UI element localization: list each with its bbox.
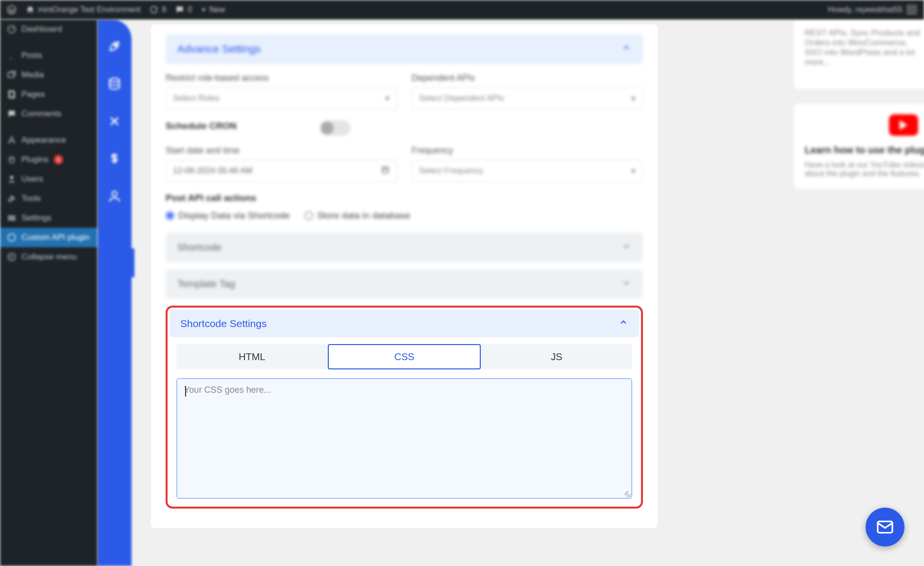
- radio-icon-checked: [166, 211, 174, 220]
- post-api-actions-label: Post API call actions: [166, 193, 643, 203]
- youtube-card[interactable]: Learn how to use the plugin on YouTube H…: [794, 104, 924, 189]
- css-textarea[interactable]: [184, 385, 624, 492]
- tab-label: CSS: [394, 351, 414, 363]
- svg-point-12: [114, 44, 117, 46]
- tab-label: HTML: [239, 351, 265, 363]
- svg-rect-15: [382, 167, 388, 173]
- svg-rect-2: [8, 73, 14, 77]
- updates-count: 8: [162, 5, 166, 14]
- advance-settings-header[interactable]: Advance Settings: [166, 34, 643, 64]
- sidebar-item-label: Comments: [21, 109, 61, 119]
- sidebar-item-custom-api[interactable]: Custom API plugin: [0, 228, 97, 247]
- radio-display-shortcode[interactable]: Display Data via Shortcode: [166, 210, 290, 221]
- sidebar-item-label: Pages: [21, 90, 45, 99]
- plugin-rail: [97, 19, 132, 566]
- dollar-icon[interactable]: [107, 151, 122, 169]
- schedule-cron-toggle[interactable]: [320, 120, 351, 136]
- dropdown-placeholder: Select Dependent APIs: [419, 93, 504, 103]
- restrict-access-label: Restrict role-based access: [166, 73, 397, 83]
- date-value: 12-08-2024 05:46 AM: [173, 166, 253, 176]
- youtube-icon: [889, 114, 918, 136]
- rail-handle[interactable]: [132, 248, 134, 277]
- sidebar-item-label: Media: [21, 70, 44, 80]
- wp-logo[interactable]: [7, 5, 17, 15]
- shortcode-settings-header[interactable]: Shortcode Settings: [170, 310, 639, 337]
- wp-admin-bar: miniOrange Test Environment 8 0 + New Ho…: [0, 0, 924, 19]
- mail-icon: [875, 517, 895, 537]
- sidebar-item-collapse[interactable]: Collapse menu: [0, 247, 97, 267]
- sidebar-item-tools[interactable]: Tools: [0, 189, 97, 208]
- select-frequency-dropdown[interactable]: Select Frequency ▾: [412, 160, 643, 182]
- select-roles-dropdown[interactable]: Select Roles ▾: [166, 87, 397, 110]
- right-column: REST APIs; Sync Products and Orders into…: [794, 19, 924, 189]
- sidebar-item-dashboard[interactable]: Dashboard: [0, 19, 97, 39]
- rocket-icon[interactable]: [107, 39, 122, 57]
- svg-rect-8: [8, 219, 13, 220]
- sidebar-item-label: Posts: [21, 51, 42, 60]
- users-icon: [7, 174, 17, 184]
- sidebar-item-label: Users: [21, 174, 43, 184]
- sidebar-item-posts[interactable]: Posts: [0, 46, 97, 65]
- tab-js[interactable]: JS: [481, 344, 632, 369]
- new-link[interactable]: + New: [201, 4, 225, 16]
- tab-css[interactable]: CSS: [328, 344, 481, 369]
- code-tabs: HTML CSS JS: [176, 344, 632, 369]
- shortcode-settings-highlight: Shortcode Settings HTML CSS JS: [166, 306, 643, 509]
- svg-rect-9: [14, 219, 15, 220]
- svg-point-13: [110, 78, 119, 82]
- radio-icon-unchecked: [304, 211, 313, 220]
- tab-html[interactable]: HTML: [176, 344, 328, 369]
- site-name: miniOrange Test Environment: [38, 5, 140, 14]
- main-card: Advance Settings Restrict role-based acc…: [151, 24, 658, 528]
- database-icon[interactable]: [107, 76, 122, 94]
- advance-settings-section: Advance Settings Restrict role-based acc…: [166, 34, 643, 299]
- plugins-icon: [7, 155, 17, 164]
- comments-count: 0: [188, 5, 192, 14]
- sidebar-item-comments[interactable]: Comments: [0, 104, 97, 124]
- sidebar-item-media[interactable]: Media: [0, 65, 97, 85]
- radio-label: Display Data via Shortcode: [178, 210, 290, 221]
- sidebar-item-label: Dashboard: [21, 24, 62, 34]
- chevron-up-icon: [619, 317, 628, 329]
- shortcode-accordion[interactable]: Shortcode: [166, 233, 643, 262]
- updates-link[interactable]: 8: [149, 5, 166, 15]
- comments-icon: [7, 109, 17, 119]
- dashboard-icon: [7, 24, 17, 34]
- howdy-text[interactable]: Howdy, rayeesbhat55: [828, 5, 903, 14]
- sidebar-item-label: Appearance: [21, 135, 66, 145]
- sidebar-item-label: Plugins: [21, 155, 49, 164]
- sidebar-item-appearance[interactable]: Appearance: [0, 130, 97, 150]
- plugins-badge: 5: [54, 155, 63, 164]
- site-name-link[interactable]: miniOrange Test Environment: [25, 5, 140, 15]
- chevron-down-icon: [622, 278, 631, 290]
- content-area: Advance Settings Restrict role-based acc…: [132, 19, 924, 566]
- promo-text: REST APIs; Sync Products and Orders into…: [805, 28, 923, 80]
- svg-point-5: [10, 176, 14, 179]
- sidebar-item-pages[interactable]: Pages: [0, 85, 97, 104]
- sidebar-item-settings[interactable]: Settings: [0, 208, 97, 228]
- chevron-down-icon: ▾: [385, 93, 390, 104]
- wp-sidebar: Dashboard Posts Media Pages Comments App…: [0, 19, 97, 566]
- dropdown-placeholder: Select Frequency: [419, 166, 483, 176]
- tools-rail-icon[interactable]: [107, 114, 122, 132]
- radio-store-database[interactable]: Store data in database: [304, 210, 410, 221]
- accordion-title: Advance Settings: [177, 43, 261, 55]
- sidebar-item-plugins[interactable]: Plugins 5: [0, 150, 97, 169]
- svg-point-14: [112, 191, 117, 196]
- select-dependent-apis-dropdown[interactable]: Select Dependent APIs ▾: [412, 87, 643, 110]
- start-date-input[interactable]: 12-08-2024 05:46 AM: [166, 160, 397, 182]
- start-date-label: Start date and time: [166, 146, 397, 156]
- tools-icon: [7, 194, 17, 203]
- text-cursor: [185, 386, 186, 397]
- new-label: New: [209, 5, 225, 14]
- comments-link[interactable]: 0: [175, 5, 192, 15]
- pages-icon: [7, 90, 17, 99]
- dependent-apis-label: Dependent APIs: [412, 73, 643, 83]
- resize-grip-icon[interactable]: [622, 489, 629, 496]
- accordion-title: Template Tag: [177, 278, 235, 290]
- chat-fab[interactable]: [866, 508, 905, 547]
- sidebar-item-users[interactable]: Users: [0, 169, 97, 189]
- user-rail-icon[interactable]: [107, 189, 122, 207]
- user-avatar[interactable]: [906, 4, 917, 15]
- template-tag-accordion[interactable]: Template Tag: [166, 269, 643, 299]
